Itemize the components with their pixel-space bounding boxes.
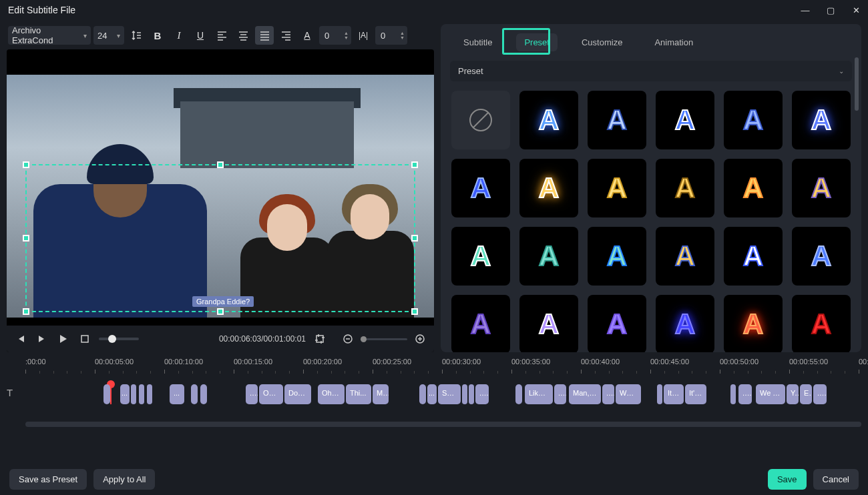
preset-tile-9[interactable]: A	[656, 159, 714, 217]
save-as-preset-button[interactable]: Save as Preset	[9, 469, 87, 490]
preset-tile-22[interactable]: A	[724, 295, 783, 352]
line-height-input[interactable]: 0 ▲▼	[375, 26, 407, 45]
video-preview[interactable]: Grandpa Eddie? 00:0	[7, 49, 434, 352]
subtitle-clip[interactable]: It's ...	[685, 384, 706, 404]
preset-tile-20[interactable]: A	[588, 295, 646, 352]
apply-to-all-button[interactable]: Apply to All	[93, 469, 155, 490]
subtitle-clip[interactable]: M...	[373, 384, 389, 404]
preset-tile-14[interactable]: A	[588, 227, 646, 286]
subtitle-clip[interactable]: Oh, t...	[318, 384, 345, 404]
preset-tile-23[interactable]: A	[792, 295, 851, 352]
preset-tile-5[interactable]: A	[792, 91, 851, 149]
step-back-button[interactable]	[13, 332, 28, 346]
line-spacing-icon[interactable]	[127, 26, 146, 45]
volume-slider[interactable]	[99, 338, 139, 340]
preset-tile-15[interactable]: A	[656, 227, 714, 286]
char-spacing-input[interactable]: 0 ▲▼	[319, 26, 351, 45]
preset-tile-3[interactable]: A	[656, 91, 714, 149]
play-button[interactable]	[56, 332, 71, 346]
subtitle-clip[interactable]: Thi...	[346, 384, 371, 404]
preset-tile-11[interactable]: A	[792, 159, 851, 217]
subtitle-overlay[interactable]: Grandpa Eddie?	[192, 296, 254, 307]
subtitle-clip[interactable]: Man, ...	[569, 384, 601, 404]
minimize-button[interactable]: —	[799, 5, 812, 15]
underline-button[interactable]: U	[191, 26, 210, 45]
subtitle-clip[interactable]: ...	[120, 384, 130, 404]
subtitle-clip[interactable]: Y...	[787, 384, 799, 404]
preset-tile-8[interactable]: A	[588, 159, 646, 217]
scrollbar-thumb[interactable]	[855, 57, 859, 111]
subtitle-clip[interactable]	[730, 384, 736, 404]
stop-button[interactable]	[77, 332, 92, 346]
preset-tile-7[interactable]: A	[519, 159, 578, 217]
timeline-scrollbar[interactable]	[25, 422, 861, 427]
tab-preset[interactable]: Preset	[516, 33, 558, 51]
zoom-in-button[interactable]	[413, 332, 427, 346]
preset-dropdown[interactable]: Preset⌄	[450, 61, 852, 81]
subtitle-clip[interactable]	[131, 384, 136, 404]
playhead[interactable]	[110, 384, 112, 404]
save-button[interactable]: Save	[768, 469, 807, 490]
subtitle-clip[interactable]: It's...	[664, 384, 684, 404]
preset-tile-13[interactable]: A	[519, 227, 578, 286]
font-color-button[interactable]: A	[298, 26, 316, 45]
subtitle-clip[interactable]	[657, 384, 662, 404]
subtitle-clip[interactable]: ...	[813, 384, 827, 404]
subtitle-clip[interactable]	[462, 384, 467, 404]
subtitle-clip[interactable]	[147, 384, 152, 404]
subtitle-clip[interactable]	[191, 384, 198, 404]
close-button[interactable]: ✕	[849, 5, 863, 15]
preset-tile-1[interactable]: A	[519, 91, 578, 149]
subtitle-clip[interactable]: Oh,...	[259, 384, 283, 404]
letter-spacing-icon[interactable]: |A|	[354, 26, 373, 45]
subtitle-clip[interactable]: ...	[602, 384, 614, 404]
align-justify-button[interactable]	[255, 26, 274, 45]
subtitle-clip[interactable]: Wel...	[616, 384, 641, 404]
step-fwd-button[interactable]	[35, 332, 49, 346]
preset-tile-21[interactable]: A	[656, 295, 714, 352]
preset-tile-18[interactable]: A	[451, 295, 510, 352]
subtitle-clip[interactable]: ...	[475, 384, 489, 404]
preset-tile-4[interactable]: A	[724, 91, 783, 149]
subtitle-clip[interactable]: Sor...	[438, 384, 461, 404]
italic-button[interactable]: I	[170, 26, 188, 45]
subtitle-clip[interactable]: Don'...	[284, 384, 311, 404]
timeline-ruler[interactable]: :00:0000:00:05:0000:00:10:0000:00:15:000…	[25, 358, 861, 378]
subtitle-clip[interactable]	[139, 384, 144, 404]
preset-tile-6[interactable]: A	[451, 159, 510, 217]
align-right-button[interactable]	[276, 26, 295, 45]
subtitle-clip[interactable]	[469, 384, 474, 404]
subtitle-clip[interactable]: ...	[170, 384, 184, 404]
preset-tile-16[interactable]: A	[724, 227, 783, 286]
font-select[interactable]: Archivo ExtraCond▾	[8, 26, 91, 45]
align-center-button[interactable]	[234, 26, 252, 45]
preset-tile-2[interactable]: A	[588, 91, 646, 149]
tab-subtitle[interactable]: Subtitle	[455, 33, 500, 51]
subtitle-clip[interactable]: ...	[738, 384, 752, 404]
tab-customize[interactable]: Customize	[574, 33, 630, 51]
maximize-button[interactable]: ▢	[824, 5, 837, 15]
preset-tile-12[interactable]: A	[451, 227, 510, 286]
subtitle-clip[interactable]	[419, 384, 426, 404]
subtitle-clip[interactable]	[515, 384, 522, 404]
subtitle-clip[interactable]: E...	[800, 384, 812, 404]
preset-tile-19[interactable]: A	[519, 295, 578, 352]
subtitle-clip[interactable]: ...	[427, 384, 437, 404]
subtitle-clip[interactable]: ...	[246, 384, 258, 404]
subtitle-clip[interactable]	[200, 384, 207, 404]
preset-tile-17[interactable]: A	[792, 227, 851, 286]
align-left-button[interactable]	[212, 26, 231, 45]
cancel-button[interactable]: Cancel	[813, 469, 859, 490]
preset-tile-10[interactable]: A	[724, 159, 783, 217]
subtitle-clip[interactable]: We c...	[756, 384, 785, 404]
subtitle-track[interactable]: .........Oh,...Don'...Oh, t...Thi...M...…	[25, 384, 861, 404]
zoom-slider[interactable]	[361, 338, 407, 340]
subtitle-clip[interactable]: Like ...	[525, 384, 553, 404]
bold-button[interactable]: B	[148, 26, 167, 45]
font-size-select[interactable]: 24▾	[93, 26, 124, 45]
subtitle-clip[interactable]: ...	[554, 384, 566, 404]
zoom-out-button[interactable]	[341, 332, 355, 346]
preset-none[interactable]	[451, 91, 510, 149]
subtitle-clip[interactable]	[103, 384, 110, 404]
crop-icon[interactable]	[312, 332, 327, 346]
